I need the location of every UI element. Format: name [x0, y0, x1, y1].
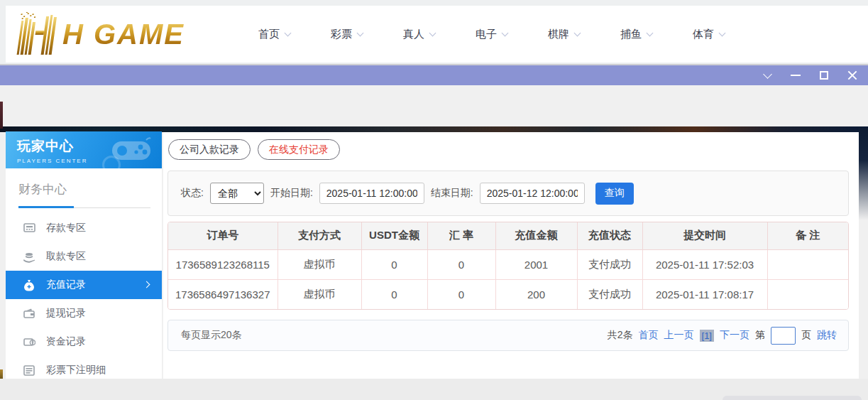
end-date-input[interactable] — [480, 183, 585, 204]
nav-item-sports[interactable]: 体育 — [693, 28, 725, 41]
window-title-bar — [0, 64, 868, 85]
minimize-button[interactable] — [789, 68, 803, 82]
cell-submit-time: 2025-01-11 17:52:03 — [642, 249, 767, 279]
cell-exchange-rate: 0 — [427, 249, 495, 279]
nav-label: 彩票 — [331, 28, 352, 41]
sidebar-item-label: 资金记录 — [46, 335, 86, 348]
sidebar-item-label: 提现记录 — [46, 307, 86, 320]
sidebar-item-withdraw-zone[interactable]: 取款专区 — [6, 242, 162, 271]
status-select[interactable]: 全部 — [210, 183, 264, 204]
background-edge-strip — [0, 102, 3, 129]
nav-item-slots[interactable]: 电子 — [476, 28, 507, 41]
footer-deco — [723, 396, 862, 400]
next-page-link[interactable]: 下一页 — [720, 329, 749, 342]
col-recharge-status: 充值状态 — [577, 222, 642, 249]
coin-icon — [23, 335, 35, 348]
sidebar-item-label: 存款专区 — [46, 222, 86, 234]
cell-usdt-amount: 0 — [361, 279, 427, 309]
cell-usdt-amount: 0 — [361, 249, 427, 279]
nav-label: 电子 — [476, 28, 497, 41]
jump-prefix-label: 第 — [755, 329, 765, 342]
col-remark: 备 注 — [767, 222, 848, 249]
tab-company-deposit-records[interactable]: 公司入款记录 — [168, 139, 251, 160]
sidebar-header: 玩家中心 PLAYERS CENTER — [6, 131, 162, 168]
filter-bar: 状态: 全部 开始日期: 结束日期: 查询 — [167, 171, 849, 216]
maximize-icon — [820, 71, 828, 80]
nav-item-fishing[interactable]: 捕鱼 — [620, 28, 652, 41]
close-icon — [847, 70, 857, 80]
cell-recharge-amount: 2001 — [495, 249, 577, 279]
current-page-indicator: [1] — [700, 330, 714, 342]
money-bag-icon — [23, 279, 35, 291]
status-label: 状态: — [181, 187, 204, 200]
deposit-terminal-icon — [23, 222, 35, 234]
cell-remark — [767, 249, 848, 279]
tab-online-payment-records[interactable]: 在线支付记录 — [258, 139, 340, 160]
sidebar-item-lottery-bet-details[interactable]: 彩票下注明细 — [6, 356, 162, 384]
col-payment-method: 支付方式 — [278, 222, 361, 249]
cell-recharge-status: 支付成功 — [577, 249, 642, 279]
first-page-link[interactable]: 首页 — [639, 329, 659, 342]
cell-recharge-status: 支付成功 — [577, 279, 642, 309]
col-exchange-rate: 汇 率 — [427, 222, 495, 249]
chevron-down-icon — [429, 29, 436, 36]
record-tabs: 公司入款记录 在线支付记录 — [168, 139, 849, 160]
chevron-down-icon — [719, 29, 726, 36]
tab-label: 公司入款记录 — [180, 144, 239, 156]
sidebar-item-label: 彩票下注明细 — [46, 364, 106, 377]
nav-label: 首页 — [258, 28, 280, 41]
sidebar-item-withdrawal-records[interactable]: 提现记录 — [6, 299, 162, 328]
start-date-input[interactable] — [319, 183, 424, 204]
table-header-row: 订单号 支付方式 USDT金额 汇 率 充值金额 充值状态 提交时间 备 注 — [168, 222, 848, 249]
nav-label: 棋牌 — [548, 28, 569, 41]
sidebar-item-funds-records[interactable]: 资金记录 — [6, 328, 162, 356]
nav-item-home[interactable]: 首页 — [258, 28, 290, 41]
cell-payment-method: 虚拟币 — [278, 279, 361, 309]
prev-page-link[interactable]: 上一页 — [664, 329, 694, 342]
maximize-button[interactable] — [817, 68, 831, 82]
end-date-label: 结束日期: — [431, 187, 473, 200]
cell-exchange-rate: 0 — [427, 279, 495, 309]
close-button[interactable] — [845, 68, 859, 82]
logo-text: H GAME — [62, 18, 185, 50]
jump-suffix-label: 页 — [801, 329, 811, 342]
col-submit-time: 提交时间 — [642, 222, 767, 249]
col-usdt-amount: USDT金额 — [361, 222, 427, 249]
logo[interactable]: H GAME — [13, 12, 226, 56]
chevron-down-icon — [502, 29, 509, 36]
window-controls — [760, 68, 859, 82]
chevron-down-icon — [763, 70, 772, 79]
nav-label: 捕鱼 — [620, 28, 642, 41]
sidebar-section: 财务中心 — [6, 168, 162, 208]
jump-link[interactable]: 跳转 — [817, 329, 837, 342]
total-count-text: 共2条 — [608, 329, 633, 342]
app-header: H GAME 首页 彩票 真人 电子 棋牌 捕鱼 体育 — [6, 6, 868, 63]
sidebar-item-recharge-records[interactable]: 充值记录 — [6, 271, 162, 299]
chevron-down-icon — [574, 29, 581, 36]
cell-submit-time: 2025-01-11 17:08:17 — [642, 279, 767, 309]
withdraw-hand-icon — [23, 250, 35, 263]
wallet-icon — [23, 307, 35, 320]
background-banner-right — [859, 128, 868, 220]
nav-item-live[interactable]: 真人 — [403, 28, 435, 41]
main-nav: 首页 彩票 真人 电子 棋牌 捕鱼 体育 — [258, 28, 725, 41]
chevron-right-icon — [143, 281, 150, 288]
start-date-label: 开始日期: — [270, 187, 313, 200]
nav-label: 真人 — [403, 28, 424, 41]
jump-page-input[interactable] — [771, 327, 796, 345]
cell-order-number: 1736586497136327 — [168, 279, 278, 309]
sidebar-menu: 存款专区 取款专区 充值记录 提现记录 — [6, 214, 162, 384]
minimize-icon — [791, 75, 801, 76]
nav-item-cards[interactable]: 棋牌 — [548, 28, 580, 41]
sidebar-item-label: 充值记录 — [46, 279, 86, 291]
sidebar-item-deposit-zone[interactable]: 存款专区 — [6, 214, 162, 242]
records-table: 订单号 支付方式 USDT金额 汇 率 充值金额 充值状态 提交时间 备 注 1… — [167, 222, 849, 310]
search-button[interactable]: 查询 — [595, 183, 634, 205]
col-order-number: 订单号 — [168, 222, 278, 249]
cell-payment-method: 虚拟币 — [278, 249, 361, 279]
cell-recharge-amount: 200 — [495, 279, 577, 309]
nav-item-lottery[interactable]: 彩票 — [331, 28, 363, 41]
chevron-down-icon — [285, 29, 292, 36]
sidebar: 玩家中心 PLAYERS CENTER 财务中心 存款专区 取款专区 — [6, 131, 162, 379]
collapse-button[interactable] — [760, 68, 774, 82]
